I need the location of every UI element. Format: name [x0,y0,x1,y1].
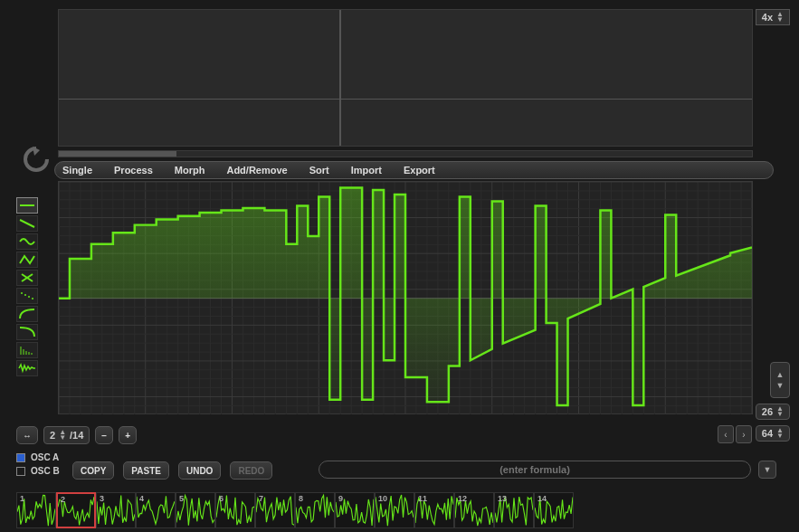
paste-button[interactable]: PASTE [123,461,169,480]
spinner-icon: ▲▼ [776,428,784,439]
osc-a-swatch [16,453,25,462]
formula-dropdown[interactable]: ▼ [758,461,776,479]
chevron-down-icon: ▼ [764,465,772,474]
zigzag-icon[interactable] [16,252,38,268]
minus-button[interactable]: − [95,426,113,444]
menu-addremove[interactable]: Add/Remove [226,165,287,176]
menu-single[interactable]: Single [62,165,92,176]
frame-thumb-4[interactable]: 4 [136,492,176,528]
frame-current: 2 [50,430,55,441]
chevron-up-icon: ▲ [776,369,785,380]
frame-thumb-7[interactable]: 7 [255,492,295,528]
frame-thumb-11[interactable]: 11 [414,492,454,528]
cross-icon[interactable] [16,270,38,286]
svg-line-2 [20,220,34,227]
spinner-icon: ▲▼ [59,430,66,441]
zoom-stepper[interactable]: 4x ▲▼ [756,9,790,25]
curve-up-icon[interactable] [16,306,38,322]
prev-button[interactable]: ‹ [718,425,734,443]
width-tool-button[interactable]: ↔ [16,426,38,444]
horizontal-grid-count[interactable]: 64 ▲▼ [756,425,790,442]
preview-scrollbar[interactable] [58,150,753,157]
osc-b-toggle[interactable]: OSC B [16,466,60,476]
undo-button[interactable]: UNDO [178,461,221,480]
nav-arrows: ‹ › [718,425,752,443]
osc-a-toggle[interactable]: OSC A [16,452,60,462]
osc-b-swatch [16,467,25,476]
vertical-stepper[interactable]: ▲ ▼ [770,362,790,398]
frame-thumb-14[interactable]: 14 [534,492,574,528]
frame-thumb-9[interactable]: 9 [335,492,375,528]
frame-thumb-2[interactable]: 2 [56,492,96,528]
waveform-editor[interactable] [58,181,753,414]
sine-icon[interactable] [16,233,38,250]
svg-point-6 [24,294,26,296]
frame-total: /14 [70,430,83,441]
chevron-down-icon: ▼ [776,380,785,391]
dots-icon[interactable] [16,288,38,304]
vertical-grid-count[interactable]: 26 ▲▼ [756,404,790,420]
frame-thumb-12[interactable]: 12 [454,492,494,528]
frame-thumb-5[interactable]: 5 [176,492,215,528]
spinner-icon: ▲▼ [776,406,784,417]
refresh-icon[interactable] [22,145,51,174]
next-button[interactable]: › [736,425,752,443]
frame-thumb-3[interactable]: 3 [96,492,136,528]
frame-thumb-10[interactable]: 10 [375,492,414,528]
svg-point-8 [32,298,33,299]
redo-button[interactable]: REDO [230,461,272,480]
frame-thumb-6[interactable]: 6 [215,492,255,528]
menu-sort[interactable]: Sort [309,165,329,176]
frame-thumb-1[interactable]: 1 [16,492,56,528]
frame-selector[interactable]: 2 ▲▼ /14 [43,426,90,444]
frame-thumb-13[interactable]: 13 [494,492,534,528]
spinner-icon: ▲▼ [776,12,784,23]
upper-preview-panel[interactable] [58,9,753,147]
plus-button[interactable]: + [119,426,137,444]
svg-point-7 [28,296,30,298]
waveform-icon[interactable] [16,360,38,376]
menu-import[interactable]: Import [351,165,382,176]
harmonics-icon[interactable] [16,342,38,358]
line-flat-icon[interactable] [16,197,38,214]
frames-strip: 1234567891011121314 [16,492,790,532]
menu-morph[interactable]: Morph [175,165,205,176]
copy-button[interactable]: COPY [72,461,114,480]
menu-export[interactable]: Export [404,165,435,176]
svg-point-5 [21,292,23,294]
formula-input[interactable] [319,461,751,479]
scrollbar-thumb[interactable] [59,151,176,157]
menu-bar: Single Process Morph Add/Remove Sort Imp… [54,161,774,179]
frame-thumb-8[interactable]: 8 [295,492,335,528]
menu-process[interactable]: Process [114,165,153,176]
curve-down-icon[interactable] [16,324,38,340]
line-down-icon[interactable] [16,215,38,232]
zoom-value: 4x [762,12,773,23]
tool-palette [16,197,38,376]
